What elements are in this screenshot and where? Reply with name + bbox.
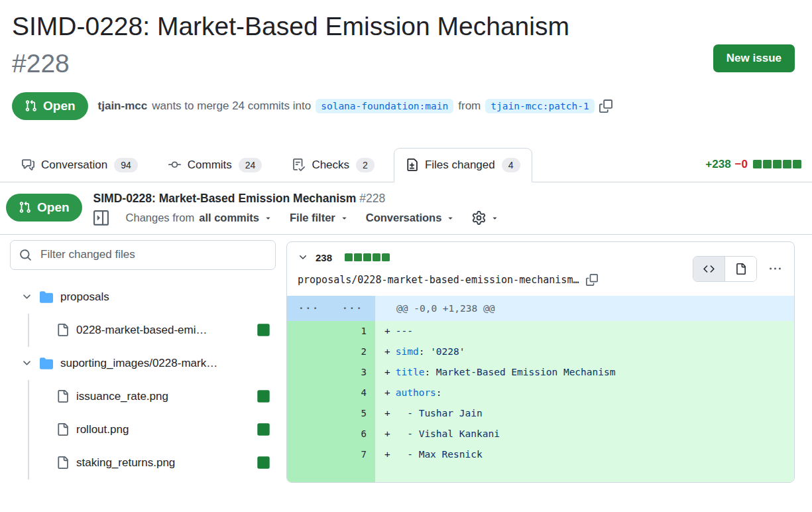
- changes-from-label: Changes from: [126, 212, 195, 224]
- tree-file-rollout[interactable]: rollout.png: [29, 413, 276, 446]
- code-sep: :: [419, 346, 430, 357]
- sticky-main: SIMD-0228: Market-Based Emission Mechani…: [93, 191, 500, 225]
- diff-line: 5 + - Tushar Jain: [287, 403, 794, 424]
- hunk-gutter: ... ...: [287, 296, 375, 321]
- diff-line: 1 +---: [287, 321, 794, 342]
- code-view-button[interactable]: [693, 257, 725, 281]
- new-issue-button[interactable]: New issue: [713, 44, 795, 72]
- tree-file-0228-market-based[interactable]: 0228-market-based-emi…: [29, 314, 276, 347]
- diff-line-number[interactable]: 7: [287, 444, 375, 465]
- pr-meta-row: Open tjain-mcc wants to merge 24 commits…: [12, 92, 795, 120]
- tab-commits[interactable]: Commits 24: [157, 149, 274, 182]
- conversations-dropdown[interactable]: Conversations: [366, 212, 455, 224]
- tab-files-changed[interactable]: Files changed 4: [394, 148, 532, 182]
- merge-description: tjain-mcc wants to merge 24 commits into…: [98, 99, 612, 113]
- diff-line: 3 +title: Market-Based Emission Mechanis…: [287, 362, 794, 383]
- copy-path-icon[interactable]: [586, 274, 598, 286]
- rich-file-view-button[interactable]: [725, 257, 756, 281]
- diff-line-gutter: [287, 465, 375, 482]
- expand-hunk-button[interactable]: ...: [331, 296, 375, 321]
- collapse-file-chevron-icon[interactable]: [298, 252, 308, 263]
- merge-action-text: wants to merge 24 commits into: [152, 99, 311, 113]
- pr-state-label: Open: [37, 200, 70, 215]
- diff-file-stat-row: 238: [298, 252, 598, 263]
- diffstat-block: [345, 253, 353, 261]
- tree-file-label: issuance_rate.png: [76, 390, 168, 403]
- file-icon: [56, 456, 69, 469]
- filter-changed-files-input[interactable]: [39, 247, 266, 262]
- diff-line-number[interactable]: 4: [287, 383, 375, 403]
- diff-plus-sign: +: [384, 367, 390, 377]
- diff-line-number[interactable]: 5: [287, 403, 375, 424]
- tree-file-staking-returns[interactable]: staking_returns.png: [29, 446, 276, 480]
- base-branch-label[interactable]: solana-foundation:main: [316, 99, 453, 113]
- copy-branch-icon[interactable]: [599, 99, 612, 113]
- diff-line-code[interactable]: +authors:: [375, 383, 794, 403]
- diff-line-number[interactable]: 6: [287, 424, 375, 444]
- deletions-count: −0: [735, 158, 748, 171]
- tree-folder-suporting-images[interactable]: suporting_images/0228-mark…: [10, 347, 276, 380]
- diff-plus-sign: +: [384, 326, 390, 336]
- diff-line-number[interactable]: 2: [287, 342, 375, 362]
- diff-line-code[interactable]: +title: Market-Based Emission Mechanism: [375, 362, 794, 383]
- expand-hunk-button[interactable]: ...: [287, 296, 331, 321]
- git-commit-icon: [168, 159, 181, 171]
- code-value: ---: [396, 326, 413, 336]
- tab-label: Checks: [312, 159, 349, 172]
- code-value: - Tushar Jain: [396, 408, 483, 418]
- diff-added-icon: [257, 389, 270, 403]
- code-value: '0228': [430, 346, 465, 357]
- code-icon: [703, 263, 715, 275]
- additions-count: +238: [705, 158, 730, 171]
- tree-file-issuance-rate[interactable]: issuance_rate.png: [29, 380, 276, 413]
- hunk-header-text: @@ -0,0 +1,238 @@: [375, 296, 494, 321]
- code-value: Market-Based Emission Mechanism: [436, 367, 616, 377]
- diff-line-code[interactable]: +simd: '0228': [375, 342, 794, 362]
- tab-count: 2: [356, 158, 375, 172]
- diff-line-code[interactable]: + - Vishal Kankani: [375, 424, 794, 444]
- diff-controls-row: Changes from all commits File filter Con…: [93, 210, 500, 225]
- diff-line-number[interactable]: 1: [287, 321, 375, 342]
- tab-checks[interactable]: Checks 2: [281, 149, 385, 182]
- diff-line-code[interactable]: + - Tushar Jain: [375, 403, 794, 424]
- file-filter-dropdown[interactable]: File filter: [290, 212, 349, 224]
- chevron-down-icon: [21, 357, 32, 369]
- diff-file-header: 238 proposals/0228-market-based-emission…: [287, 242, 794, 296]
- diff-line-number[interactable]: 3: [287, 362, 375, 383]
- diffstat-summary: +238 −0: [705, 158, 801, 182]
- file-icon: [735, 263, 746, 275]
- changes-from-dropdown[interactable]: Changes from all commits: [126, 212, 272, 224]
- pr-tabnav: Conversation 94 Commits 24 Checks 2 File…: [0, 148, 812, 182]
- diff-line-code[interactable]: + - Max Resnick: [375, 444, 794, 465]
- diff-added-icon: [257, 422, 270, 436]
- diff-plus-sign: +: [384, 408, 390, 418]
- diff-view-controls: [693, 256, 783, 282]
- file-path[interactable]: proposals/0228-market-based-emission-mec…: [298, 274, 579, 286]
- diffstat-block: [763, 160, 772, 168]
- tree-folder-label: suporting_images/0228-mark…: [60, 357, 217, 370]
- from-word: from: [458, 99, 481, 113]
- tree-file-label: rollout.png: [76, 423, 129, 436]
- issue-number: #228: [12, 49, 70, 78]
- diffstat-block: [354, 253, 362, 261]
- chevron-down-icon: [21, 291, 32, 302]
- file-icon: [56, 324, 69, 336]
- head-branch-label[interactable]: tjain-mcc:patch-1: [485, 99, 594, 113]
- diff-added-icon: [257, 323, 270, 337]
- tab-conversation[interactable]: Conversation 94: [11, 149, 149, 182]
- diff-line-code[interactable]: +---: [375, 321, 794, 342]
- diffstat-block: [773, 160, 782, 168]
- tree-file-label: 0228-market-based-emi…: [76, 324, 207, 337]
- search-icon: [19, 249, 32, 261]
- pr-header: SIMD-0228: Market-Based Emission Mechani…: [0, 8, 812, 120]
- author-login[interactable]: tjain-mcc: [98, 99, 148, 113]
- folder-icon: [40, 357, 53, 370]
- tree-folder-proposals[interactable]: proposals: [10, 281, 276, 314]
- tab-label: Commits: [188, 159, 232, 172]
- code-sep: :: [436, 387, 442, 398]
- tab-count: 94: [114, 158, 138, 172]
- code-key: simd: [396, 346, 419, 357]
- sidebar-collapse-icon[interactable]: [93, 210, 109, 225]
- kebab-menu-icon[interactable]: [767, 261, 783, 277]
- diff-settings-dropdown[interactable]: [472, 211, 499, 225]
